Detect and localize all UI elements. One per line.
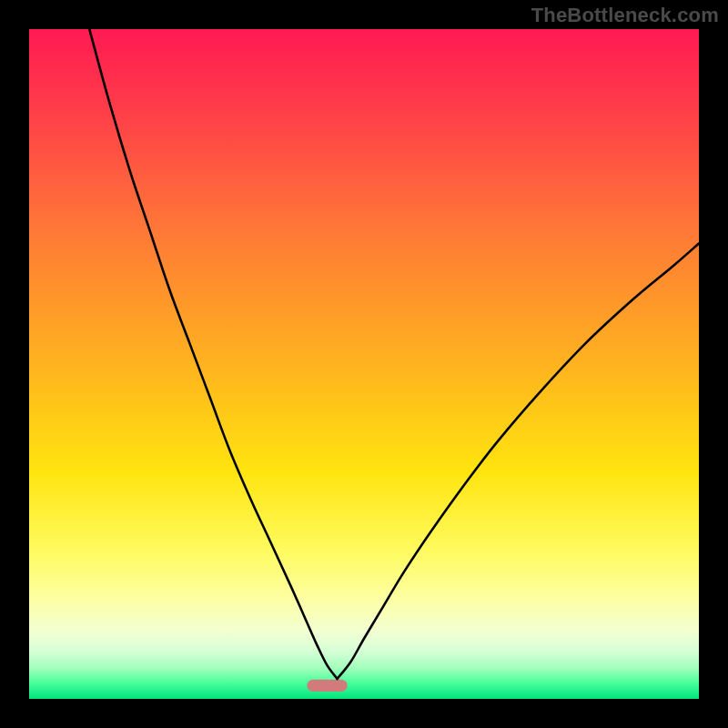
watermark-text: TheBottleneck.com: [531, 4, 719, 27]
chart-frame: TheBottleneck.com: [0, 0, 728, 728]
curve-left-branch: [89, 29, 337, 679]
plot-area: [29, 29, 699, 699]
chart-curves: [29, 29, 699, 699]
curve-right-branch: [338, 244, 699, 679]
min-marker-pill: [307, 680, 347, 692]
